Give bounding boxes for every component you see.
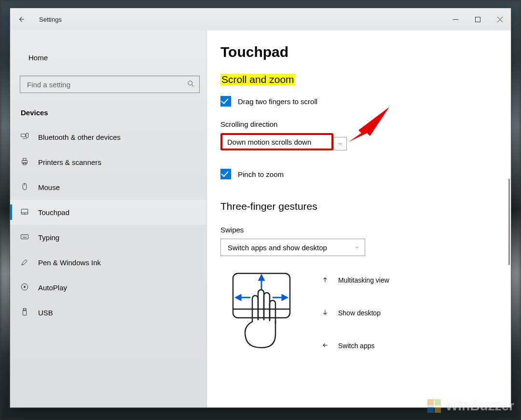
- svg-rect-10: [23, 163, 26, 165]
- sidebar-item-label: USB: [38, 309, 53, 317]
- svg-rect-2: [21, 134, 26, 136]
- gesture-legend: Multitasking view Show desktop: [322, 269, 389, 357]
- sidebar-item-label: Touchpad: [38, 208, 69, 217]
- back-button[interactable]: [10, 8, 32, 30]
- svg-rect-9: [23, 158, 26, 161]
- sidebar-item-label: Pen & Windows Ink: [38, 258, 101, 267]
- settings-window: Settings Home: [10, 8, 511, 408]
- svg-point-7: [26, 138, 27, 139]
- sidebar-item-usb[interactable]: USB: [10, 300, 206, 325]
- checkbox-label: Pinch to zoom: [238, 170, 284, 178]
- sidebar-item-label: Bluetooth & other devices: [38, 133, 121, 141]
- search-input[interactable]: [27, 81, 187, 89]
- scrollbar-thumb[interactable]: [508, 179, 510, 265]
- close-button[interactable]: [489, 8, 511, 30]
- section-three-finger: Three-finger gestures: [220, 201, 317, 212]
- arrow-up-icon: [322, 276, 329, 285]
- sidebar-item-typing[interactable]: Typing: [10, 225, 206, 250]
- swipes-dropdown[interactable]: Switch apps and show desktop: [220, 239, 365, 256]
- svg-rect-29: [435, 406, 441, 413]
- touchpad-illustration: [220, 269, 302, 357]
- autoplay-icon: [20, 283, 29, 293]
- svg-point-4: [23, 138, 24, 139]
- search-input-wrap[interactable]: [20, 76, 200, 93]
- svg-point-1: [188, 81, 192, 85]
- sidebar-item-label: AutoPlay: [38, 284, 67, 292]
- sidebar-item-mouse[interactable]: Mouse: [10, 175, 206, 200]
- arrow-left-icon: [322, 342, 329, 350]
- sidebar-item-printers[interactable]: Printers & scanners: [10, 149, 206, 175]
- sidebar-item-label: Mouse: [38, 183, 60, 191]
- svg-rect-27: [435, 399, 441, 406]
- sidebar-category: Devices: [21, 108, 206, 117]
- arrow-down-icon: [322, 309, 329, 317]
- section-scroll-and-zoom: Scroll and zoom: [220, 74, 295, 85]
- touchpad-icon: [20, 207, 29, 217]
- main-content: Touchpad Scroll and zoom Drag two finger…: [207, 30, 511, 407]
- svg-rect-3: [26, 133, 28, 137]
- watermark-text: WinBuzzer: [445, 398, 514, 414]
- sidebar-home-label: Home: [28, 54, 48, 62]
- sidebar-home[interactable]: Home: [10, 48, 206, 67]
- svg-rect-28: [427, 406, 434, 413]
- sidebar-item-label: Printers & scanners: [38, 158, 101, 166]
- svg-rect-0: [475, 17, 480, 22]
- chevron-down-icon: [354, 244, 360, 252]
- swipes-label: Swipes: [220, 226, 511, 234]
- checkbox-checked-icon: [220, 96, 231, 107]
- gesture-up-label: Multitasking view: [338, 276, 389, 284]
- svg-rect-15: [23, 308, 26, 311]
- svg-point-6: [25, 138, 26, 139]
- checkbox-checked-icon: [220, 169, 231, 179]
- printer-icon: [20, 157, 29, 167]
- svg-marker-25: [282, 295, 287, 300]
- mouse-icon: [20, 182, 29, 192]
- gesture-left-label: Switch apps: [338, 342, 374, 350]
- keyboard-icon: [20, 232, 29, 243]
- svg-rect-8: [22, 160, 27, 163]
- svg-marker-21: [259, 275, 264, 280]
- svg-marker-17: [349, 107, 389, 142]
- sidebar-item-touchpad[interactable]: Touchpad: [10, 200, 206, 225]
- pen-icon: [20, 257, 29, 268]
- checkbox-pinch-zoom[interactable]: Pinch to zoom: [220, 169, 511, 179]
- titlebar: Settings: [10, 8, 511, 30]
- gesture-down-label: Show desktop: [338, 309, 381, 317]
- scrolling-direction-dropdown[interactable]: Down motion scrolls down: [220, 133, 333, 150]
- window-title: Settings: [39, 16, 62, 23]
- page-title: Touchpad: [220, 44, 511, 60]
- svg-marker-23: [236, 295, 241, 300]
- sidebar-item-autoplay[interactable]: AutoPlay: [10, 275, 206, 300]
- svg-point-5: [24, 138, 25, 139]
- usb-icon: [20, 308, 29, 318]
- sidebar: Home Devices Bluetooth & other devices: [10, 30, 207, 407]
- maximize-button[interactable]: [466, 8, 489, 30]
- dropdown-value: Switch apps and show desktop: [228, 244, 327, 252]
- watermark: WinBuzzer: [426, 398, 514, 414]
- annotation-arrow: [345, 104, 393, 149]
- minimize-button[interactable]: [444, 8, 466, 30]
- devices-icon: [20, 132, 29, 142]
- sidebar-item-pen[interactable]: Pen & Windows Ink: [10, 250, 206, 275]
- checkbox-label: Drag two fingers to scroll: [238, 97, 317, 106]
- sidebar-item-label: Typing: [38, 233, 59, 242]
- dropdown-value: Down motion scrolls down: [227, 138, 311, 146]
- svg-rect-26: [427, 399, 434, 406]
- sidebar-item-bluetooth[interactable]: Bluetooth & other devices: [10, 124, 206, 149]
- svg-rect-13: [21, 234, 28, 239]
- search-icon: [187, 80, 194, 89]
- svg-rect-16: [23, 311, 27, 315]
